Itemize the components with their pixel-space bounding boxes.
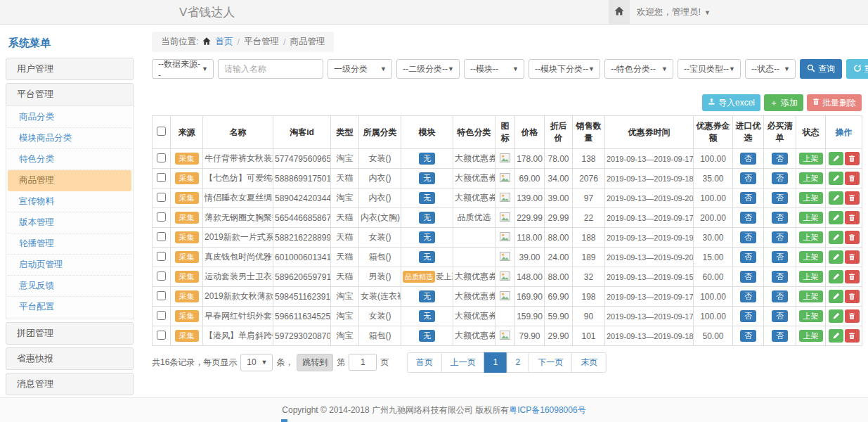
status-badge[interactable]: 上架 xyxy=(799,330,823,342)
edit-button[interactable] xyxy=(829,290,843,303)
row-checkbox[interactable] xyxy=(157,193,166,202)
sidebar-group-user-management[interactable]: 用户管理 xyxy=(6,58,134,80)
edit-button[interactable] xyxy=(829,270,843,283)
batch-delete-button[interactable]: 批量删除 xyxy=(807,94,862,111)
must-buy-badge[interactable]: 否 xyxy=(772,271,788,283)
first-page-button[interactable]: 首页 xyxy=(407,352,442,373)
delete-button[interactable] xyxy=(845,152,860,165)
row-checkbox[interactable] xyxy=(157,271,166,281)
edit-button[interactable] xyxy=(829,329,843,343)
row-checkbox[interactable] xyxy=(157,331,166,340)
status-badge[interactable]: 上架 xyxy=(799,231,823,243)
sidebar-group-saving-express[interactable]: 省惠快报 xyxy=(6,347,134,370)
item-type-select[interactable]: --宝贝类型--▼ xyxy=(678,59,741,79)
icp-link[interactable]: 粤ICP备16098006号 xyxy=(509,404,585,416)
imported-badge[interactable]: 否 xyxy=(740,231,756,243)
must-buy-badge[interactable]: 否 xyxy=(772,330,788,342)
jump-button[interactable]: 跳转到 xyxy=(297,354,333,371)
sidebar-item-promo-material[interactable]: 宣传物料 xyxy=(8,191,131,212)
must-buy-badge[interactable]: 否 xyxy=(772,192,788,204)
data-source-select[interactable]: --数据来源--▼ xyxy=(152,59,214,79)
imported-badge[interactable]: 否 xyxy=(740,192,756,204)
edit-button[interactable] xyxy=(829,211,843,224)
must-buy-badge[interactable]: 否 xyxy=(772,153,788,165)
delete-button[interactable] xyxy=(845,231,860,244)
delete-button[interactable] xyxy=(845,191,860,205)
imported-badge[interactable]: 否 xyxy=(740,251,756,263)
status-badge[interactable]: 上架 xyxy=(799,251,823,263)
row-checkbox[interactable] xyxy=(157,232,166,241)
imported-badge[interactable]: 否 xyxy=(740,271,756,283)
row-checkbox[interactable] xyxy=(157,212,166,222)
delete-button[interactable] xyxy=(845,290,860,303)
must-buy-badge[interactable]: 否 xyxy=(772,172,788,184)
sidebar-item-splash-page-management[interactable]: 启动页管理 xyxy=(8,255,131,276)
edit-button[interactable] xyxy=(829,231,843,244)
imported-badge[interactable]: 否 xyxy=(740,310,756,322)
row-checkbox[interactable] xyxy=(157,173,166,182)
user-menu[interactable]: 欢迎您，管理员! ▼ xyxy=(637,6,711,18)
page-2-button[interactable]: 2 xyxy=(507,352,530,373)
feature-category-select[interactable]: --特色分类--▼ xyxy=(604,59,673,79)
import-excel-button[interactable]: 导入excel xyxy=(702,94,760,111)
status-badge[interactable]: 上架 xyxy=(799,172,823,184)
jump-page-input[interactable] xyxy=(349,354,377,371)
home-button[interactable] xyxy=(609,0,630,24)
edit-button[interactable] xyxy=(829,309,843,323)
delete-button[interactable] xyxy=(845,211,860,224)
must-buy-badge[interactable]: 否 xyxy=(772,290,788,302)
row-checkbox[interactable] xyxy=(157,291,166,300)
edit-button[interactable] xyxy=(829,250,843,264)
status-badge[interactable]: 上架 xyxy=(799,212,823,224)
row-checkbox[interactable] xyxy=(157,153,166,162)
status-badge[interactable]: 上架 xyxy=(799,271,823,283)
sidebar-item-product-management[interactable]: 商品管理 xyxy=(8,170,131,191)
module-subcategory-select[interactable]: --模块下分类--▼ xyxy=(529,59,600,79)
sidebar-item-feedback[interactable]: 意见反馈 xyxy=(8,276,131,297)
sidebar-item-product-category[interactable]: 商品分类 xyxy=(8,107,131,128)
delete-button[interactable] xyxy=(845,309,860,323)
breadcrumb-item[interactable]: 商品管理 xyxy=(290,36,325,48)
status-badge[interactable]: 上架 xyxy=(799,192,823,204)
name-search-input[interactable] xyxy=(218,59,323,79)
select-all-checkbox[interactable] xyxy=(157,127,166,136)
last-page-button[interactable]: 末页 xyxy=(571,352,607,373)
row-checkbox[interactable] xyxy=(157,252,166,261)
delete-button[interactable] xyxy=(845,329,860,343)
page-size-select[interactable]: 10 ▼ xyxy=(240,354,273,371)
module-select[interactable]: --模块--▼ xyxy=(464,59,524,79)
imported-badge[interactable]: 否 xyxy=(740,172,756,184)
sidebar-group-platform-management[interactable]: 平台管理 xyxy=(6,83,134,106)
edit-button[interactable] xyxy=(829,191,843,205)
breadcrumb-home-link[interactable]: 首页 xyxy=(215,36,233,48)
prev-page-button[interactable]: 上一页 xyxy=(441,352,485,373)
sidebar-group-group-buy-management[interactable]: 拼团管理 xyxy=(6,322,134,345)
must-buy-badge[interactable]: 否 xyxy=(772,251,788,263)
next-page-button[interactable]: 下一页 xyxy=(529,352,572,373)
sidebar-item-version-management[interactable]: 版本管理 xyxy=(8,212,131,234)
sidebar-item-carousel-management[interactable]: 轮播管理 xyxy=(8,234,131,255)
delete-button[interactable] xyxy=(845,270,860,283)
sidebar-item-feature-category[interactable]: 特色分类 xyxy=(8,149,131,170)
level1-category-select[interactable]: 一级分类▼ xyxy=(328,59,392,79)
level2-category-select[interactable]: --二级分类--▼ xyxy=(396,59,460,79)
imported-badge[interactable]: 否 xyxy=(740,330,756,342)
must-buy-badge[interactable]: 否 xyxy=(772,231,788,243)
imported-badge[interactable]: 否 xyxy=(740,212,756,224)
must-buy-badge[interactable]: 否 xyxy=(772,212,788,224)
sidebar-group-message-management[interactable]: 消息管理 xyxy=(6,373,134,395)
edit-button[interactable] xyxy=(829,172,843,185)
status-select[interactable]: --状态--▼ xyxy=(745,59,796,79)
breadcrumb-item[interactable]: 平台管理 xyxy=(244,36,279,48)
status-badge[interactable]: 上架 xyxy=(799,290,823,302)
row-checkbox[interactable] xyxy=(157,311,166,320)
edit-button[interactable] xyxy=(829,152,843,165)
sidebar-item-platform-config[interactable]: 平台配置 xyxy=(8,297,131,317)
reset-button[interactable]: 重置 xyxy=(846,59,868,79)
add-button[interactable]: ＋ 添加 xyxy=(764,94,803,111)
page-1-button[interactable]: 1 xyxy=(484,352,507,373)
imported-badge[interactable]: 否 xyxy=(740,153,756,165)
status-badge[interactable]: 上架 xyxy=(799,310,823,322)
must-buy-badge[interactable]: 否 xyxy=(772,310,788,322)
search-button[interactable]: 查询 xyxy=(800,59,842,79)
